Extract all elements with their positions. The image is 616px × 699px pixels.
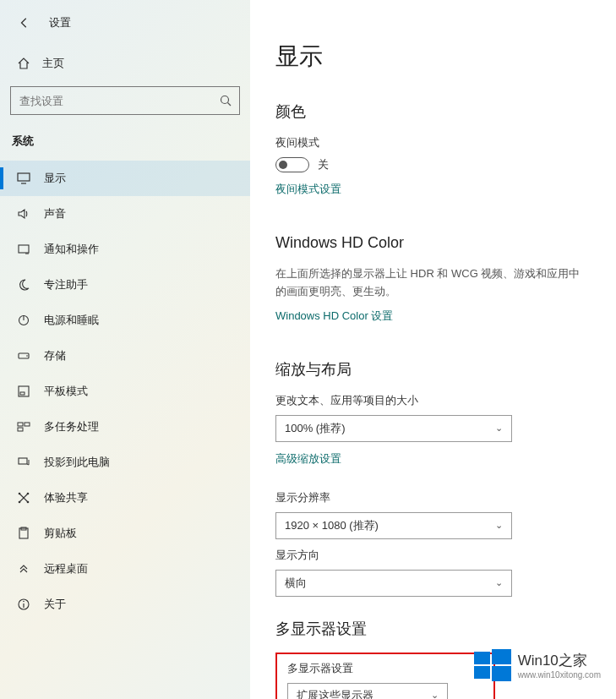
nav-label: 存储 xyxy=(44,348,66,363)
svg-rect-27 xyxy=(474,652,490,664)
svg-rect-2 xyxy=(18,173,30,181)
svg-rect-28 xyxy=(492,649,511,664)
nav-label: 剪贴板 xyxy=(44,526,77,541)
chevron-down-icon: ⌄ xyxy=(495,520,503,531)
multi-display-select[interactable]: 扩展这些显示器 ⌄ xyxy=(287,683,448,699)
toggle-state: 关 xyxy=(318,157,329,172)
highlight-box: 多显示器设置 扩展这些显示器 ⌄ 设为主显示器 xyxy=(275,653,495,699)
svg-rect-11 xyxy=(20,392,25,395)
sidebar-item-notifications[interactable]: 通知和操作 xyxy=(0,232,250,267)
sidebar-item-focus[interactable]: 专注助手 xyxy=(0,267,250,303)
monitor-icon xyxy=(17,172,30,185)
project-icon xyxy=(17,456,30,469)
svg-point-21 xyxy=(27,501,30,504)
svg-rect-15 xyxy=(19,458,27,464)
sidebar: 设置 主页 系统 显示 声音 通知和操作 xyxy=(0,0,250,699)
nav-label: 声音 xyxy=(44,206,66,221)
topbar: 设置 xyxy=(0,15,250,47)
multi-heading: 多显示器设置 xyxy=(275,619,582,639)
share-icon xyxy=(17,491,30,505)
select-value: 横向 xyxy=(285,576,307,591)
sidebar-item-sound[interactable]: 声音 xyxy=(0,196,250,232)
sidebar-item-power[interactable]: 电源和睡眠 xyxy=(0,303,250,338)
notification-icon xyxy=(17,243,30,256)
nav-label: 关于 xyxy=(44,597,66,612)
multi-label: 多显示器设置 xyxy=(287,661,483,676)
svg-point-19 xyxy=(27,493,30,495)
select-value: 扩展这些显示器 xyxy=(297,688,373,699)
sidebar-item-clipboard[interactable]: 剪贴板 xyxy=(0,516,250,551)
search-icon xyxy=(219,94,232,107)
hd-settings-link[interactable]: Windows HD Color 设置 xyxy=(275,309,393,324)
sidebar-item-storage[interactable]: 存储 xyxy=(0,338,250,374)
chevron-down-icon: ⌄ xyxy=(431,690,439,699)
sidebar-home[interactable]: 主页 xyxy=(0,47,250,79)
text-size-select[interactable]: 100% (推荐) ⌄ xyxy=(275,415,512,442)
settings-title: 设置 xyxy=(49,15,71,30)
multitask-icon xyxy=(17,420,30,434)
nav-label: 专注助手 xyxy=(44,277,88,292)
storage-icon xyxy=(17,349,30,363)
page-title: 显示 xyxy=(275,41,582,73)
back-icon[interactable] xyxy=(19,17,30,29)
orientation-label: 显示方向 xyxy=(275,548,582,563)
chevron-down-icon: ⌄ xyxy=(495,577,503,588)
hd-heading: Windows HD Color xyxy=(275,234,582,252)
moon-icon xyxy=(17,278,30,292)
nav-label: 显示 xyxy=(44,171,66,186)
svg-rect-13 xyxy=(25,423,30,426)
night-mode-toggle[interactable] xyxy=(275,157,309,172)
sidebar-item-tablet[interactable]: 平板模式 xyxy=(0,374,250,409)
sidebar-item-remote[interactable]: 远程桌面 xyxy=(0,551,250,587)
home-icon xyxy=(17,57,30,70)
sidebar-item-project[interactable]: 投影到此电脑 xyxy=(0,445,250,480)
svg-rect-30 xyxy=(492,666,511,681)
select-value: 1920 × 1080 (推荐) xyxy=(285,518,379,533)
search-field[interactable] xyxy=(19,95,219,107)
section-title: 系统 xyxy=(0,130,250,161)
resolution-label: 显示分辨率 xyxy=(275,490,582,505)
resolution-select[interactable]: 1920 × 1080 (推荐) ⌄ xyxy=(275,512,512,539)
sidebar-item-about[interactable]: 关于 xyxy=(0,587,250,622)
windows-logo-icon xyxy=(474,647,511,684)
tablet-icon xyxy=(17,385,30,398)
color-heading: 颜色 xyxy=(275,101,582,122)
nav-label: 投影到此电脑 xyxy=(44,455,110,470)
sidebar-item-multitask[interactable]: 多任务处理 xyxy=(0,409,250,445)
sidebar-item-share[interactable]: 体验共享 xyxy=(0,480,250,516)
watermark-url: www.win10xitong.com xyxy=(518,670,601,680)
svg-rect-12 xyxy=(18,423,23,426)
sidebar-item-display[interactable]: 显示 xyxy=(0,161,250,196)
night-mode-settings-link[interactable]: 夜间模式设置 xyxy=(275,182,341,197)
nav-label: 电源和睡眠 xyxy=(44,313,99,328)
svg-point-26 xyxy=(23,601,25,603)
svg-point-9 xyxy=(26,355,28,357)
remote-icon xyxy=(17,562,30,576)
text-size-label: 更改文本、应用等项目的大小 xyxy=(275,393,582,408)
watermark: Win10之家 www.win10xitong.com xyxy=(474,647,601,684)
svg-rect-29 xyxy=(474,666,490,679)
watermark-title: Win10之家 xyxy=(518,651,601,670)
adv-scale-link[interactable]: 高级缩放设置 xyxy=(275,451,341,467)
svg-rect-14 xyxy=(18,428,23,431)
hd-desc: 在上面所选择的显示器上让 HDR 和 WCG 视频、游戏和应用中的画面更明亮、更… xyxy=(275,265,582,301)
select-value: 100% (推荐) xyxy=(285,421,346,436)
nav-label: 体验共享 xyxy=(44,490,88,505)
clipboard-icon xyxy=(17,527,30,540)
main-panel: 显示 颜色 夜间模式 关 夜间模式设置 Windows HD Color 在上面… xyxy=(250,0,616,699)
info-icon xyxy=(17,598,30,611)
night-mode-label: 夜间模式 xyxy=(275,135,582,150)
orientation-select[interactable]: 横向 ⌄ xyxy=(275,570,512,597)
search-input[interactable] xyxy=(10,86,240,115)
nav-label: 平板模式 xyxy=(44,384,88,399)
nav-label: 多任务处理 xyxy=(44,419,99,434)
scale-heading: 缩放与布局 xyxy=(275,359,582,380)
svg-line-1 xyxy=(228,103,232,106)
home-label: 主页 xyxy=(42,56,64,71)
speaker-icon xyxy=(17,207,30,221)
chevron-down-icon: ⌄ xyxy=(495,423,503,434)
nav-label: 通知和操作 xyxy=(44,242,99,257)
svg-point-0 xyxy=(221,96,229,104)
svg-rect-4 xyxy=(19,245,29,253)
power-icon xyxy=(17,314,30,327)
